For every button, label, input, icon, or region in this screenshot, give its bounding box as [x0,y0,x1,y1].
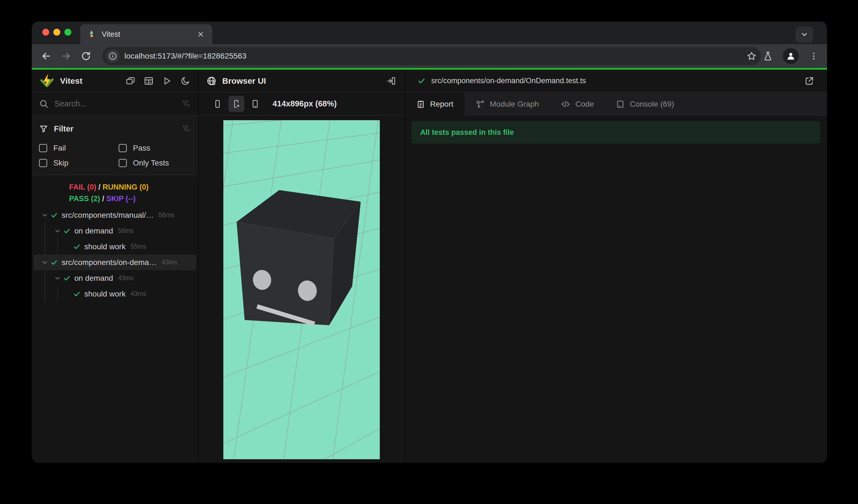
search-icon [39,99,49,109]
avatar-icon [785,51,796,62]
moon-icon [180,76,190,86]
tab-strip: Vitest [32,21,827,44]
chevron-down-icon[interactable] [40,259,49,266]
phone-icon [213,99,222,109]
tab-title: Vitest [102,30,195,39]
test-duration: 56ms [118,227,133,234]
device-phone-plus-button[interactable] [228,96,244,112]
vitest-logo-icon [39,73,55,89]
checkbox[interactable] [118,144,127,152]
collapse-files-button[interactable] [125,76,136,86]
file-pass-check-icon [417,77,426,85]
tab-code[interactable]: Code [550,93,605,115]
test-tree-row[interactable]: should work 55ms [33,239,196,255]
clear-filter-button[interactable] [181,124,191,133]
dock-right-icon [386,76,396,86]
reload-icon [81,51,91,61]
filter-option-skip[interactable]: Skip [39,159,118,167]
test-tree-row[interactable]: should work 43ms [33,286,196,302]
search-input[interactable] [54,99,181,108]
dashboard-icon [144,76,154,86]
theme-toggle-button[interactable] [180,76,191,86]
site-info-button[interactable] [106,49,120,63]
arrow-right-icon [61,51,72,62]
tab-module-graph[interactable]: Module Graph [464,93,550,115]
phone-plus-icon [232,99,241,109]
forward-button[interactable] [58,48,74,64]
test-tree-row[interactable]: on demand 43ms [33,270,196,286]
preview-iframe[interactable] [223,120,380,459]
browser-toolbar: localhost:5173/#/?file=1828625563 [32,44,827,68]
test-label: should work [84,242,126,251]
test-label: src/components/manual/… [62,211,154,220]
test-label: src/components/on-dema… [62,258,157,267]
running-count: RUNNING (0) [102,183,149,191]
device-phone-button[interactable] [209,96,225,112]
module-graph-icon [475,99,485,109]
experiments-button[interactable] [762,51,774,62]
close-icon [197,31,204,38]
back-button[interactable] [38,48,54,64]
test-label: on demand [74,227,113,235]
report-panel: src/components/on-demand/OnDemand.test.t… [405,70,827,463]
open-in-editor-button[interactable] [804,76,815,86]
test-tree-row-selected[interactable]: src/components/on-dema… 43ms [33,255,196,270]
checkbox[interactable] [39,144,47,152]
checkbox[interactable] [118,159,127,167]
dashboard-button[interactable] [143,76,154,86]
traffic-light-minimize[interactable] [53,29,60,36]
filter-clear-icon [181,99,191,109]
test-duration: 43ms [162,259,177,266]
bookmark-button[interactable] [746,51,757,61]
dock-panel-button[interactable] [386,76,397,86]
clear-search-button[interactable] [181,99,191,109]
test-tree-row[interactable]: on demand 56ms [33,223,196,239]
chevron-down-icon[interactable] [53,275,62,282]
tab-close-button[interactable] [195,29,206,40]
filter-option-fail[interactable]: Fail [39,144,118,152]
profile-button[interactable] [783,48,799,64]
chevron-down-icon[interactable] [40,212,49,219]
globe-icon [206,76,217,86]
check-icon [62,274,72,282]
test-duration: 43ms [118,274,133,282]
tab-report[interactable]: Report [405,93,464,115]
fail-count: FAIL (0) [69,183,96,191]
report-tabs: Report Module Graph Code [405,93,827,115]
test-summary: FAIL (0) / RUNNING (0) PASS (2) / SKIP (… [32,181,198,205]
filter-option-pass[interactable]: Pass [118,144,191,152]
test-label: on demand [74,274,113,283]
filter-option-only-tests[interactable]: Only Tests [118,159,191,167]
browser-tab[interactable]: Vitest [80,24,212,44]
checkbox[interactable] [39,159,47,167]
check-icon [72,290,81,298]
console-icon [616,100,625,109]
traffic-light-close[interactable] [42,29,49,36]
test-tree-row[interactable]: src/components/manual/… 56ms [33,207,196,223]
all-tests-passed-banner: All tests passed in this file [411,121,821,144]
url-bar[interactable]: localhost:5173/#/?file=1828625563 [102,47,761,65]
tab-console[interactable]: Console (69) [605,93,685,115]
filter-panel: Filter Fail Pass [32,115,198,175]
filter-icon [39,124,48,133]
code-icon [561,99,570,109]
run-all-button[interactable] [161,76,173,86]
tab-search-button[interactable] [796,27,813,43]
check-icon [49,211,59,219]
info-icon [108,52,117,61]
star-icon [746,51,757,61]
pass-count: PASS (2) [69,195,100,203]
chevron-down-icon[interactable] [53,227,62,234]
browser-menu-button[interactable] [808,51,819,62]
vitest-favicon-icon [86,29,97,39]
check-icon [72,243,81,250]
traffic-light-zoom[interactable] [64,29,71,36]
play-icon [162,76,172,86]
device-tablet-button[interactable] [247,96,263,112]
filter-title: Filter [54,124,74,133]
report-icon [416,100,425,109]
url-text[interactable]: localhost:5173/#/?file=1828625563 [124,52,247,61]
filter-clear-icon [181,124,191,133]
reload-button[interactable] [78,48,94,64]
app-title: Vitest [60,76,82,86]
